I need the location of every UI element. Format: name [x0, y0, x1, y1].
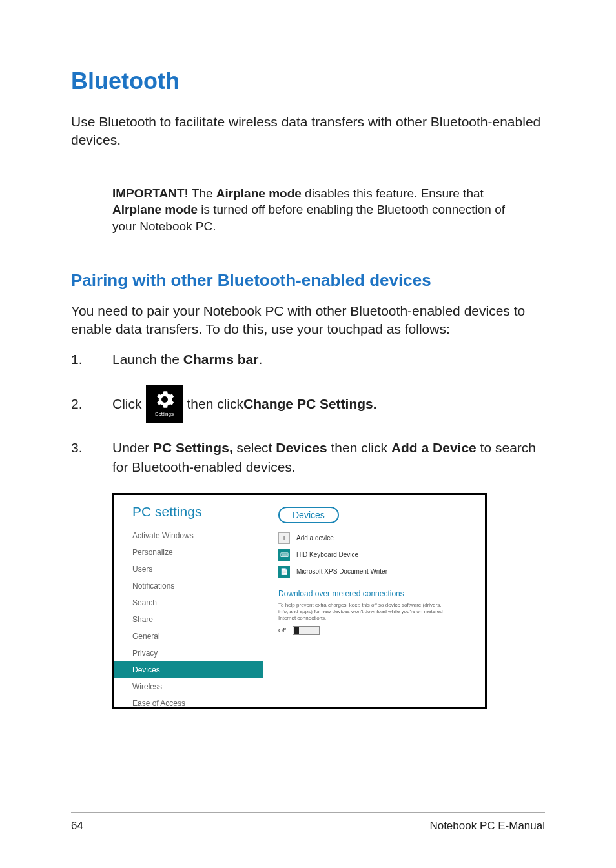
step-2-c: Change PC Settings.	[243, 394, 377, 414]
step-1: 1. Launch the Charms bar.	[71, 350, 545, 369]
devices-header-pill: Devices	[278, 507, 339, 523]
device-row-hid[interactable]: ⌨ HID Keyboard Device	[278, 549, 472, 561]
intro-paragraph: Use Bluetooth to facilitate wireless dat…	[71, 113, 545, 150]
step-1-text: Launch the Charms bar.	[112, 350, 545, 369]
pairing-intro: You need to pair your Notebook PC with o…	[71, 302, 545, 339]
toggle-thumb	[294, 627, 299, 634]
note-airplane-2: Airplane mode	[112, 203, 198, 216]
toggle-off-label: Off	[278, 627, 286, 634]
pc-settings-sidebar: PC settings Activate Windows Personalize…	[114, 495, 263, 707]
sidebar-item-devices[interactable]: Devices	[114, 661, 263, 678]
pc-settings-screenshot: PC settings Activate Windows Personalize…	[112, 493, 487, 709]
step-2: 2. Click Settings then click Change PC S…	[71, 385, 545, 423]
step-3-e: then click	[327, 440, 391, 455]
pc-settings-content: Devices + Add a device ⌨ HID Keyboard De…	[263, 495, 485, 707]
sidebar-item-ease-of-access[interactable]: Ease of Access	[114, 695, 263, 709]
metered-toggle-row: Off	[278, 626, 472, 635]
step-3-d: Devices	[276, 440, 327, 455]
pc-settings-title: PC settings	[114, 504, 263, 520]
step-1-c: .	[258, 352, 262, 367]
sidebar-item-search[interactable]: Search	[114, 594, 263, 611]
heading-bluetooth: Bluetooth	[71, 68, 545, 95]
settings-charm-label: Settings	[155, 410, 174, 418]
note-text-2: disables this feature. Ensure that	[302, 187, 484, 200]
heading-pairing: Pairing with other Bluetooth-enabled dev…	[71, 270, 545, 290]
add-device-row[interactable]: + Add a device	[278, 532, 472, 544]
sidebar-item-general[interactable]: General	[114, 628, 263, 645]
step-3-b: PC Settings,	[153, 440, 233, 455]
plus-icon: +	[278, 532, 290, 544]
step-3: 3. Under PC Settings, select Devices the…	[71, 438, 545, 478]
step-2-text: Click Settings then click Change PC Sett…	[112, 385, 545, 423]
sidebar-item-activate-windows[interactable]: Activate Windows	[114, 527, 263, 544]
step-3-text: Under PC Settings, select Devices then c…	[112, 438, 545, 478]
note-text-1: The	[189, 187, 216, 200]
step-3-a: Under	[112, 440, 153, 455]
metered-description: To help prevent extra charges, keep this…	[278, 602, 446, 622]
metered-heading: Download over metered connections	[278, 589, 472, 598]
step-2-b: then click	[187, 394, 244, 414]
metered-toggle[interactable]	[293, 626, 320, 635]
sidebar-item-share[interactable]: Share	[114, 611, 263, 628]
note-prefix: IMPORTANT!	[112, 187, 189, 200]
step-3-f: Add a Device	[391, 440, 477, 455]
step-2-number: 2.	[71, 394, 112, 414]
device-xps-label: Microsoft XPS Document Writer	[296, 568, 387, 575]
manual-page: Bluetooth Use Bluetooth to facilitate wi…	[0, 0, 616, 868]
add-device-label: Add a device	[296, 534, 334, 541]
sidebar-item-users[interactable]: Users	[114, 561, 263, 578]
page-footer: 64 Notebook PC E-Manual	[71, 812, 545, 833]
sidebar-item-personalize[interactable]: Personalize	[114, 544, 263, 561]
gear-icon	[155, 390, 174, 409]
step-1-number: 1.	[71, 350, 112, 369]
sidebar-item-wireless[interactable]: Wireless	[114, 678, 263, 695]
device-hid-label: HID Keyboard Device	[296, 551, 358, 558]
page-number: 64	[71, 820, 83, 833]
note-airplane-1: Airplane mode	[216, 187, 302, 200]
step-3-number: 3.	[71, 438, 112, 458]
sidebar-item-privacy[interactable]: Privacy	[114, 645, 263, 661]
step-1-b: Charms bar	[183, 352, 259, 367]
step-2-a: Click	[112, 394, 142, 414]
sidebar-item-notifications[interactable]: Notifications	[114, 578, 263, 594]
step-3-c: select	[233, 440, 276, 455]
document-icon: 📄	[278, 566, 290, 578]
settings-charm-icon: Settings	[146, 385, 183, 423]
device-row-xps[interactable]: 📄 Microsoft XPS Document Writer	[278, 566, 472, 578]
book-title: Notebook PC E-Manual	[429, 820, 545, 833]
keyboard-icon: ⌨	[278, 549, 290, 561]
step-1-a: Launch the	[112, 352, 183, 367]
important-note: IMPORTANT! The Airplane mode disables th…	[112, 176, 526, 247]
